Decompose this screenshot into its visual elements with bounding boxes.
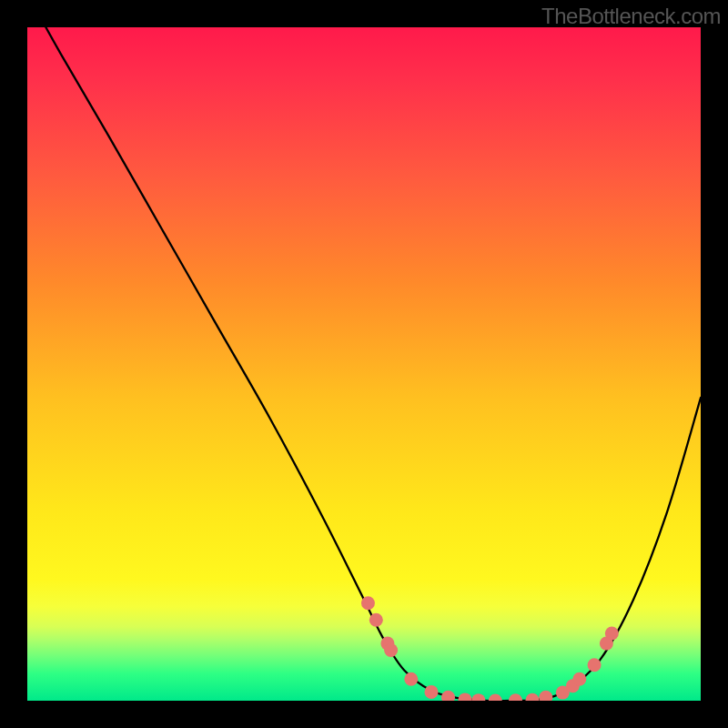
data-point bbox=[361, 596, 375, 610]
data-point bbox=[572, 672, 586, 686]
data-point bbox=[605, 627, 619, 641]
chart-frame: TheBottleneck.com bbox=[0, 0, 728, 728]
data-point bbox=[404, 672, 418, 686]
plot-area bbox=[27, 27, 701, 701]
data-point bbox=[539, 691, 552, 701]
data-point bbox=[489, 694, 502, 702]
data-point bbox=[425, 685, 439, 699]
data-point bbox=[384, 643, 398, 657]
highlighted-points bbox=[361, 596, 619, 701]
data-point bbox=[369, 613, 383, 627]
data-point bbox=[526, 693, 540, 701]
curve-layer bbox=[27, 27, 701, 701]
data-point bbox=[471, 693, 485, 701]
watermark-text: TheBottleneck.com bbox=[541, 4, 721, 29]
data-point bbox=[588, 658, 602, 672]
data-point bbox=[441, 691, 455, 701]
data-point bbox=[459, 693, 472, 701]
data-point bbox=[509, 693, 522, 701]
